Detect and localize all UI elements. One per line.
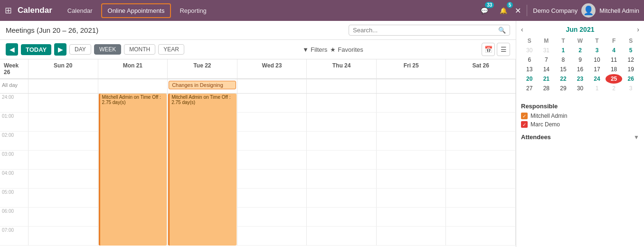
mini-cal-day[interactable]: 17: [588, 65, 606, 74]
mini-cal-day[interactable]: 4: [606, 46, 623, 55]
search-bar[interactable]: 🔍: [349, 25, 510, 36]
mini-cal-day[interactable]: 3: [588, 46, 606, 55]
checkbox-marc[interactable]: ✓: [521, 121, 528, 128]
user-name[interactable]: Mitchell Admin: [599, 7, 639, 14]
view-month-button[interactable]: MONTH: [124, 44, 155, 55]
calendar-cell[interactable]: [28, 189, 98, 208]
app-grid-icon[interactable]: ⊞: [5, 5, 12, 16]
calendar-cell[interactable]: [377, 170, 446, 189]
checkbox-mitchell[interactable]: ✓: [521, 113, 528, 119]
avatar[interactable]: 👤: [581, 3, 596, 18]
calendar-cell[interactable]: [28, 113, 98, 132]
calendar-cell[interactable]: [446, 132, 516, 151]
mini-cal-day[interactable]: 21: [538, 74, 555, 84]
mini-cal-day[interactable]: 13: [521, 65, 538, 74]
calendar-cell[interactable]: [377, 189, 446, 208]
chat-badge[interactable]: 💬 33: [477, 3, 492, 18]
responsible-mitchell[interactable]: ✓ Mitchell Admin: [521, 113, 639, 119]
view-week-button[interactable]: WEEK: [94, 44, 121, 55]
favorites-button[interactable]: ★ Favorites: [330, 46, 363, 53]
calendar-cell[interactable]: [237, 170, 307, 189]
mini-cal-day[interactable]: 23: [572, 74, 589, 84]
calendar-cell[interactable]: [446, 227, 516, 246]
time-event-tue[interactable]: Mitchell Admin on Time Off : 2.75 day(s): [99, 94, 167, 246]
nav-reporting[interactable]: Reporting: [174, 4, 212, 17]
calendar-cell[interactable]: [237, 151, 307, 170]
calendar-cell[interactable]: [307, 113, 377, 132]
calendar-cell[interactable]: [237, 132, 307, 151]
mini-cal-day[interactable]: 6: [521, 55, 538, 65]
calendar-icon-button[interactable]: 📅: [482, 43, 495, 56]
calendar-cell[interactable]: [377, 113, 446, 132]
mini-cal-day[interactable]: 25: [606, 74, 623, 84]
mini-cal-day[interactable]: 18: [606, 65, 623, 74]
calendar-cell[interactable]: [307, 208, 377, 227]
calendar-cell[interactable]: [237, 208, 307, 227]
nav-calendar[interactable]: Calendar: [62, 4, 98, 17]
calendar-cell[interactable]: [377, 151, 446, 170]
mini-cal-day[interactable]: 10: [588, 55, 606, 65]
calendar-cell[interactable]: [307, 189, 377, 208]
calendar-cell[interactable]: [307, 94, 377, 113]
calendar-cell[interactable]: [377, 132, 446, 151]
calendar-cell[interactable]: [377, 208, 446, 227]
calendar-cell[interactable]: Mitchell Admin on Time Off : 2.75 day(s): [168, 94, 237, 113]
allday-event-changes[interactable]: Changes in Designing: [169, 81, 236, 89]
mini-cal-day[interactable]: 15: [555, 65, 572, 74]
calendar-cell[interactable]: [446, 170, 516, 189]
list-icon-button[interactable]: ☰: [497, 43, 510, 56]
mini-cal-day[interactable]: 2: [606, 84, 623, 93]
calendar-cell[interactable]: [28, 94, 98, 113]
mini-cal-day[interactable]: 12: [622, 55, 639, 65]
mini-cal-day[interactable]: 11: [606, 55, 623, 65]
calendar-cell[interactable]: [28, 151, 98, 170]
mini-cal-day[interactable]: 27: [521, 84, 538, 93]
calendar-cell[interactable]: [307, 170, 377, 189]
allday-tue[interactable]: Changes in Designing: [168, 79, 237, 93]
calendar-cell[interactable]: [28, 208, 98, 227]
nav-online-appointments[interactable]: Online Appointments: [101, 3, 171, 18]
calendar-cell[interactable]: [237, 189, 307, 208]
calendar-cell[interactable]: Mitchell Admin on Time Off : 2.75 day(s): [98, 94, 168, 113]
mini-cal-day[interactable]: 29: [555, 84, 572, 93]
calendar-cell[interactable]: [307, 132, 377, 151]
calendar-cell[interactable]: [28, 227, 98, 246]
calendar-cell[interactable]: [446, 94, 516, 113]
time-event-wed[interactable]: Mitchell Admin on Time Off : 2.75 day(s): [168, 94, 237, 246]
calendar-cell[interactable]: [307, 151, 377, 170]
mini-cal-day[interactable]: 3: [622, 84, 639, 93]
calendar-cell[interactable]: [377, 227, 446, 246]
today-button[interactable]: TODAY: [21, 44, 51, 55]
calendar-cell[interactable]: [446, 189, 516, 208]
mini-cal-day[interactable]: 24: [588, 74, 606, 84]
mini-cal-day[interactable]: 2: [572, 46, 589, 55]
calendar-cell[interactable]: [446, 151, 516, 170]
mini-cal-day[interactable]: 31: [538, 46, 555, 55]
calendar-cell[interactable]: [237, 94, 307, 113]
mini-cal-next[interactable]: ›: [637, 26, 639, 33]
prev-button[interactable]: ◀: [6, 43, 18, 56]
mini-cal-day[interactable]: 5: [622, 46, 639, 55]
responsible-marc[interactable]: ✓ Marc Demo: [521, 121, 639, 128]
mini-cal-day[interactable]: 22: [555, 74, 572, 84]
mini-cal-day[interactable]: 20: [521, 74, 538, 84]
mini-cal-day[interactable]: 30: [572, 84, 589, 93]
calendar-cell[interactable]: [28, 170, 98, 189]
mini-cal-prev[interactable]: ‹: [521, 26, 523, 33]
mini-cal-day[interactable]: 1: [555, 46, 572, 55]
mini-cal-day[interactable]: 28: [538, 84, 555, 93]
calendar-cell[interactable]: [446, 113, 516, 132]
calendar-cell[interactable]: [446, 208, 516, 227]
notification-badge[interactable]: 🔔 5: [496, 3, 511, 18]
calendar-cell[interactable]: [307, 227, 377, 246]
mini-cal-day[interactable]: 26: [622, 74, 639, 84]
calendar-cell[interactable]: [237, 113, 307, 132]
mini-cal-day[interactable]: 1: [588, 84, 606, 93]
close-icon[interactable]: ✕: [515, 6, 521, 15]
calendar-cell[interactable]: [377, 94, 446, 113]
attendees-section[interactable]: Attendees ▼: [521, 133, 639, 141]
mini-cal-day[interactable]: 16: [572, 65, 589, 74]
search-input[interactable]: [353, 27, 498, 34]
view-year-button[interactable]: YEAR: [158, 44, 184, 55]
mini-cal-day[interactable]: 7: [538, 55, 555, 65]
